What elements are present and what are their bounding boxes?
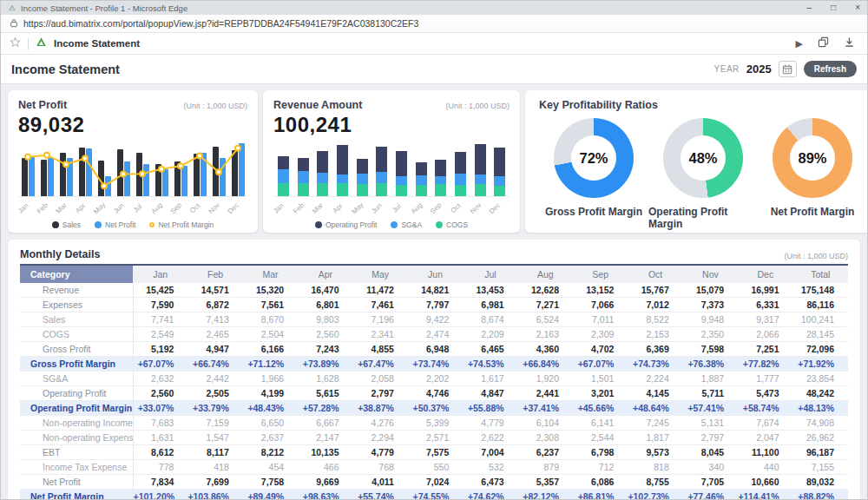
page-title: Income Statement (11, 62, 120, 76)
table-cell: 8,674 (463, 312, 517, 327)
table-cell: 4,011 (353, 475, 408, 490)
bar-group (391, 141, 411, 196)
segment-sg-a (416, 175, 427, 186)
table-cell: 466 (298, 460, 352, 475)
bar-group (411, 141, 431, 196)
table-cell: +50.37% (408, 401, 463, 416)
play-icon[interactable]: ▶ (796, 38, 803, 49)
table-cell: 1,628 (298, 372, 352, 386)
column-header: Jun (408, 265, 463, 283)
row-label: Expenses (20, 298, 133, 312)
table-row-cogs: COGS2,5492,4652,5042,5602,3412,4742,2092… (20, 327, 848, 342)
table-cell: 4,199 (243, 386, 298, 401)
star-icon[interactable] (10, 36, 21, 51)
monthly-details-table: CategoryJanFebMarAprMayJunJulAugSepOctNo… (20, 264, 848, 500)
table-cell: 6,331 (738, 298, 792, 312)
revenue-chart (273, 141, 510, 197)
table-cell: 74,908 (793, 416, 849, 431)
unit-label: (Unit : 1,000 USD) (445, 102, 510, 110)
table-cell: 2,571 (408, 431, 463, 445)
bookmark-label[interactable]: Income Statement (54, 38, 140, 49)
bar-net-profit (201, 153, 207, 196)
bar-net-profit (220, 158, 226, 196)
net-profit-headline: 89,032 (18, 113, 247, 137)
segment-cogs (337, 183, 348, 196)
table-cell: 10,660 (738, 475, 792, 490)
bar-net-profit (162, 169, 168, 196)
download-icon[interactable] (844, 36, 855, 51)
segment-sg-a (357, 174, 368, 184)
bar-net-profit (86, 148, 92, 196)
segment-cogs (475, 184, 486, 196)
bar-group (293, 141, 313, 196)
column-header: Dec (738, 265, 792, 283)
refresh-button[interactable]: Refresh (804, 61, 857, 77)
calendar-button[interactable] (779, 61, 797, 77)
table-cell: 6,650 (243, 416, 298, 431)
divider (28, 38, 29, 49)
segment-operating-profit (494, 148, 505, 176)
segment-operating-profit (337, 145, 348, 174)
table-cell: +58.74% (738, 401, 792, 416)
maximize-button[interactable]: □ (831, 3, 836, 12)
bar-sales (22, 158, 28, 196)
gauge-net-profit-margin: 89%Net Profit Margin (758, 118, 867, 230)
table-cell: 1,817 (628, 431, 682, 445)
segment-operating-profit (416, 162, 427, 175)
table-cell: 7,461 (353, 298, 408, 312)
year-value[interactable]: 2025 (746, 62, 772, 76)
bar-group (114, 141, 133, 196)
row-label: Income Tax Expense (20, 460, 133, 475)
table-cell: +45.66% (573, 401, 628, 416)
address-bar: https://aud.bimatrix.com/portal/popupVie… (1, 15, 867, 33)
bar-net-profit (48, 158, 54, 196)
table-cell: +101.20% (133, 490, 187, 500)
column-header: Total (793, 265, 849, 283)
card-title: Revenue Amount (273, 99, 362, 111)
table-cell: +102.73% (628, 490, 682, 500)
table-row-ebt: EBT8,6128,1178,21210,1354,7797,5757,0046… (20, 445, 848, 460)
table-cell: 6,141 (573, 416, 628, 431)
url-field[interactable]: https://aud.bimatrix.com/portal/popupVie… (23, 18, 418, 29)
donut-chart: 89% (773, 118, 852, 198)
table-cell: 5,399 (408, 416, 463, 431)
minimize-button[interactable]: – (807, 3, 812, 12)
segment-operating-profit (317, 151, 328, 173)
table-cell: 1,631 (133, 431, 187, 445)
table-cell: 15,320 (243, 283, 298, 298)
row-label: EBT (20, 445, 133, 460)
table-cell: 6,473 (463, 475, 517, 490)
table-cell: 6,166 (243, 342, 298, 357)
table-cell: +77.82% (738, 357, 792, 372)
bar-net-profit (239, 143, 245, 196)
column-header: Nov (683, 265, 738, 283)
duplicate-window-icon[interactable] (818, 36, 829, 51)
x-axis-labels: JanFebMarAprMayJunJulAugSepOctNovDec (273, 200, 510, 219)
table-cell: 6,872 (187, 298, 242, 312)
table-cell: 9,422 (408, 312, 463, 327)
row-label: Operating Profit Margin (20, 401, 133, 416)
table-cell: 2,341 (353, 327, 408, 342)
site-favicon-icon (8, 3, 16, 12)
bar-group (152, 141, 171, 196)
table-cell: 7,683 (133, 416, 187, 431)
table-cell: 5,711 (683, 386, 738, 401)
bar-sales (155, 164, 161, 196)
table-cell: 175,148 (793, 283, 849, 298)
table-cell: 1,547 (187, 431, 242, 445)
bar-net-profit (143, 164, 149, 196)
close-button[interactable]: × (855, 3, 860, 12)
table-cell: 6,948 (408, 342, 463, 357)
stacked-bar (475, 141, 486, 196)
table-cell: 7,413 (187, 312, 242, 327)
table-cell: 89,032 (793, 475, 849, 490)
table-cell: 879 (518, 460, 573, 475)
table-cell: 7,271 (518, 298, 573, 312)
bar-sales (98, 161, 104, 196)
segment-operating-profit (435, 160, 446, 176)
table-cell: 7,066 (573, 298, 628, 312)
row-label: COGS (20, 327, 133, 342)
table-cell: 2,442 (187, 372, 242, 386)
segment-sg-a (376, 172, 387, 183)
segment-operating-profit (475, 144, 486, 174)
